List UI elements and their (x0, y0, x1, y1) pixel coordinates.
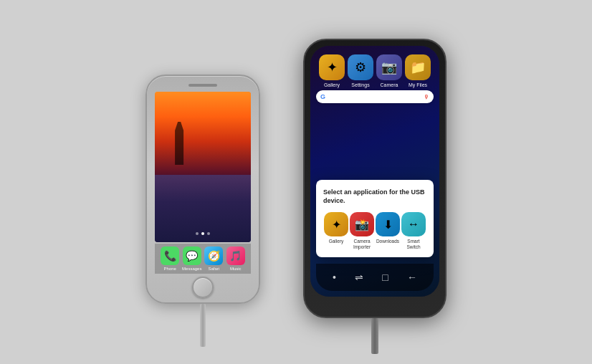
dialog-downloads-icon: ⬇ (376, 212, 400, 236)
samsung-gallery-icon: ✦ (319, 54, 345, 80)
iphone-app-music[interactable]: 🎵 Music (226, 246, 246, 271)
dialog-smart-switch-icon: ↔ (401, 212, 426, 236)
dialog-camera-importer-label: Camera Importer (349, 239, 375, 250)
dialog-gallery-icon: ✦ (324, 212, 348, 236)
iphone-device: 📞 Phone 💬 Messages 🧭 Safari 🎵 Music (145, 75, 260, 304)
dialog-smart-switch-label: Smart Switch (401, 239, 426, 250)
usb-dialog: Select an application for the USB device… (316, 180, 434, 257)
samsung-app-camera[interactable]: 📷 Camera (376, 54, 403, 87)
dialog-apps-row: ✦ Gallery 📸 Camera Importer ⬇ Downloads (323, 212, 426, 250)
iphone-top-bar (147, 76, 259, 90)
samsung-myfiles-icon: 📁 (405, 54, 431, 80)
samsung-top-apps: ✦ Gallery ⚙ Settings 📷 Camera 📁 My Files (310, 54, 439, 87)
iphone-app-phone[interactable]: 📞 Phone (160, 246, 180, 271)
nav-dot-icon: • (333, 272, 336, 283)
samsung-screen: ✦ Gallery ⚙ Settings 📷 Camera 📁 My Files (310, 46, 439, 297)
samsung-settings-icon: ⚙ (348, 54, 373, 80)
music-icon: 🎵 (226, 246, 245, 265)
dialog-downloads-label: Downloads (376, 239, 399, 244)
samsung-app-settings[interactable]: ⚙ Settings (347, 54, 374, 87)
iphone-speaker (188, 84, 217, 87)
samsung-nav-bar: • ⇌ □ ← (316, 264, 434, 291)
phone-icon: 📞 (161, 246, 179, 265)
nav-back-icon[interactable]: ← (407, 272, 417, 283)
samsung-device: ✦ Gallery ⚙ Settings 📷 Camera 📁 My Files (303, 39, 447, 318)
iphone-home-button[interactable] (192, 277, 214, 298)
iphone-home-bar (147, 274, 259, 301)
dialog-app-camera-importer[interactable]: 📸 Camera Importer (349, 212, 375, 250)
dot-1 (196, 232, 199, 235)
dot-2-active (201, 232, 204, 235)
scene: 📞 Phone 💬 Messages 🧭 Safari 🎵 Music (0, 0, 592, 364)
samsung-gallery-label: Gallery (324, 82, 340, 87)
dialog-gallery-label: Gallery (329, 239, 344, 244)
samsung-myfiles-label: My Files (409, 82, 427, 87)
dialog-camera-importer-icon: 📸 (350, 212, 374, 236)
google-search-bar[interactable]: G 🎙 (316, 90, 434, 103)
samsung-wallpaper: ✦ Gallery ⚙ Settings 📷 Camera 📁 My Files (310, 46, 439, 297)
samsung-cable (371, 318, 378, 354)
iphone-sky (155, 92, 251, 175)
iphone-app-messages[interactable]: 💬 Messages (182, 246, 202, 271)
dot-3 (207, 232, 210, 235)
messages-icon: 💬 (183, 246, 201, 265)
iphone-screen (155, 92, 251, 242)
google-g-icon: G (320, 93, 325, 100)
iphone-page-dots (196, 232, 210, 235)
iphone-dock: 📞 Phone 💬 Messages 🧭 Safari 🎵 Music (155, 244, 251, 274)
safari-label: Safari (208, 267, 219, 271)
dialog-app-gallery[interactable]: ✦ Gallery (323, 212, 349, 250)
samsung-camera-icon: 📷 (376, 54, 402, 80)
safari-icon: 🧭 (204, 246, 223, 265)
dialog-title: Select an application for the USB device… (323, 188, 426, 205)
samsung-app-myfiles[interactable]: 📁 My Files (404, 54, 431, 87)
google-mic-icon: 🎙 (424, 94, 429, 100)
samsung-app-gallery[interactable]: ✦ Gallery (318, 54, 345, 87)
music-label: Music (230, 267, 242, 271)
phone-label: Phone (164, 267, 176, 271)
samsung-camera-label: Camera (381, 82, 398, 87)
dialog-app-smart-switch[interactable]: ↔ Smart Switch (401, 212, 426, 250)
dialog-app-downloads[interactable]: ⬇ Downloads (375, 212, 401, 250)
messages-label: Messages (182, 267, 201, 271)
iphone-app-safari[interactable]: 🧭 Safari (204, 246, 224, 271)
iphone-cable (200, 304, 206, 347)
nav-home-icon[interactable]: □ (382, 272, 388, 283)
nav-recents-icon[interactable]: ⇌ (355, 272, 363, 283)
samsung-settings-label: Settings (351, 82, 369, 87)
